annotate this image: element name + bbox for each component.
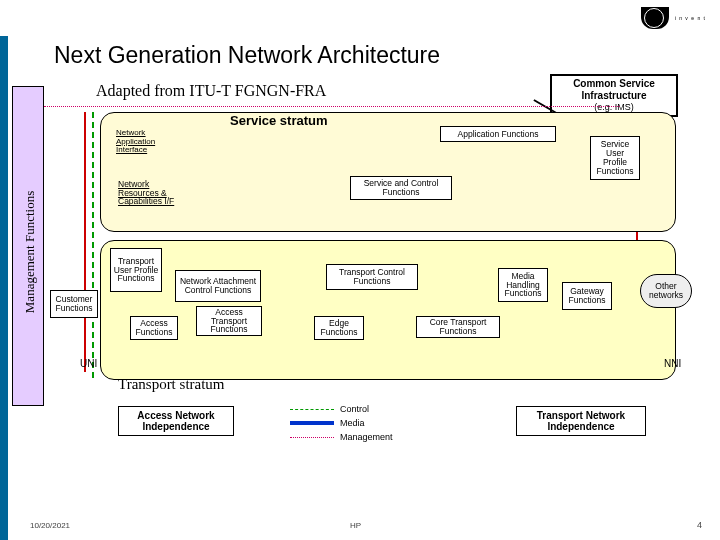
- access-functions-box: Access Functions: [130, 316, 178, 340]
- application-functions-box: Application Functions: [440, 126, 556, 142]
- nrc-rest: Resources & Capabilities I/F: [118, 188, 174, 207]
- footer-page-number: 4: [697, 520, 702, 530]
- nai-rest: Application Interface: [116, 137, 155, 154]
- common-service-infrastructure-callout: Common Service Infrastructure (e.g. IMS): [550, 74, 678, 117]
- hp-invent-label: i n v e n t: [675, 15, 706, 21]
- footer-date: 10/20/2021: [30, 521, 70, 530]
- service-user-profile-functions-box: Service User Profile Functions: [590, 136, 640, 180]
- service-stratum-title: Service stratum: [230, 113, 328, 128]
- legend: Control Media Management: [290, 402, 393, 444]
- nni-label: NNI: [664, 358, 681, 369]
- network-application-interface-box: NetworkApplication Interface: [114, 124, 170, 160]
- top-bar: i n v e n t: [0, 0, 720, 36]
- network-resources-capabilities-box: NetworkResources & Capabilities I/F: [116, 176, 188, 210]
- legend-media-line-icon: [290, 421, 334, 425]
- control-interface-line: [92, 112, 94, 378]
- media-handling-functions-box: Media Handling Functions: [498, 268, 548, 302]
- customer-functions-box: Customer Functions: [50, 290, 98, 318]
- transport-stratum-container: [100, 240, 676, 380]
- access-network-independence-box: Access Network Independence: [118, 406, 234, 436]
- legend-mgmt-label: Management: [340, 432, 393, 442]
- uni-label: UNI: [80, 358, 97, 369]
- service-control-functions-box: Service and Control Functions: [350, 176, 452, 200]
- slide-title: Next Generation Network Architecture: [54, 42, 440, 69]
- mgmt-interface-line-top: [44, 106, 620, 107]
- legend-mgmt-line-icon: [290, 437, 334, 438]
- network-attachment-control-functions-box: Network Attachment Control Functions: [175, 270, 261, 302]
- gateway-functions-box: Gateway Functions: [562, 282, 612, 310]
- slide-subtitle: Adapted from ITU-T FGNGN-FRA: [96, 82, 326, 100]
- csi-line1: Common Service Infrastructure: [556, 78, 672, 102]
- footer-center: HP: [350, 521, 361, 530]
- management-functions-label: Management Functions: [22, 162, 38, 342]
- transport-network-independence-box: Transport Network Independence: [516, 406, 646, 436]
- left-accent-bar: [0, 36, 8, 540]
- access-transport-functions-box: Access Transport Functions: [196, 306, 262, 336]
- hp-logo-icon: [641, 7, 669, 29]
- transport-stratum-title: Transport stratum: [118, 376, 225, 393]
- other-networks-cloud: Other networks: [640, 274, 692, 308]
- legend-control-line-icon: [290, 409, 334, 410]
- transport-user-profile-functions-box: Transport User Profile Functions: [110, 248, 162, 292]
- core-transport-functions-box: Core Transport Functions: [416, 316, 500, 338]
- legend-control-label: Control: [340, 404, 369, 414]
- legend-media-label: Media: [340, 418, 365, 428]
- transport-control-functions-box: Transport Control Functions: [326, 264, 418, 290]
- uni-line: [84, 112, 86, 372]
- edge-functions-box: Edge Functions: [314, 316, 364, 340]
